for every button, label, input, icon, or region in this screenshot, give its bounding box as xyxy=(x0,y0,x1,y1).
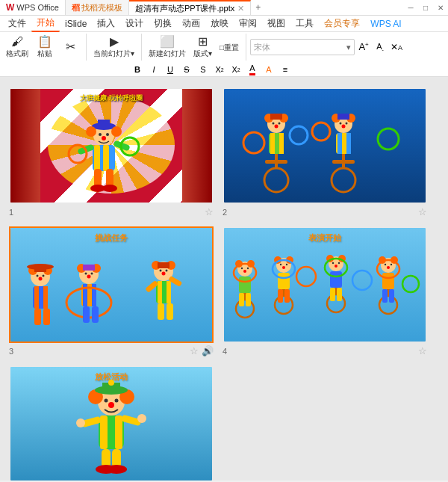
svg-rect-112 xyxy=(278,289,283,303)
svg-point-17 xyxy=(102,185,117,192)
title-bar: W WPS Office 稻 找稻壳模板 超清有声动态PPT课件.pptx ✕ … xyxy=(0,0,448,16)
menu-home[interactable]: 开始 xyxy=(31,15,60,32)
minimize-button[interactable]: ─ xyxy=(403,0,418,16)
bold-button[interactable]: B xyxy=(130,62,145,77)
font-dropdown[interactable]: 宋体 ▾ xyxy=(250,39,355,55)
slide-star-3[interactable]: ☆ xyxy=(190,345,199,356)
subscript-button[interactable]: X2 xyxy=(228,62,243,77)
svg-rect-75 xyxy=(92,306,99,323)
slide-thumb-3[interactable]: 挑战任务 xyxy=(9,226,214,343)
wps-tab[interactable]: W WPS Office xyxy=(0,0,66,15)
svg-point-133 xyxy=(379,296,397,314)
slide-num-row-2: 2 ☆ xyxy=(223,206,427,217)
strikethrough-button[interactable]: S xyxy=(179,62,194,77)
slide-canvas-3: 挑战任务 xyxy=(10,228,212,342)
slide-3-title: 挑战任务 xyxy=(10,232,212,244)
svg-rect-59 xyxy=(34,286,39,309)
svg-rect-44 xyxy=(346,133,351,154)
svg-rect-61 xyxy=(34,309,41,325)
menu-islide[interactable]: iSlide xyxy=(60,17,92,31)
template-tab[interactable]: 稻 找稻壳模板 xyxy=(66,0,129,15)
italic-button[interactable]: I xyxy=(146,62,161,77)
font-color-icon: A. xyxy=(249,64,255,75)
scissors-button[interactable]: ✂ xyxy=(58,40,82,55)
svg-point-68 xyxy=(91,273,93,275)
new-slide-button[interactable]: ⬜ 新建幻灯片 xyxy=(146,34,189,61)
svg-point-131 xyxy=(387,266,390,269)
slide-star-1[interactable]: ☆ xyxy=(205,206,214,217)
new-slide-icon: ⬜ xyxy=(160,36,175,48)
add-tab-button[interactable]: + xyxy=(251,2,265,13)
svg-point-81 xyxy=(166,270,168,272)
svg-point-118 xyxy=(338,262,340,264)
wps-icon: W xyxy=(6,2,14,13)
maximize-button[interactable]: □ xyxy=(418,0,433,16)
font-color-button[interactable]: A. xyxy=(245,62,260,77)
svg-point-156 xyxy=(137,414,146,423)
svg-point-82 xyxy=(162,272,166,276)
menu-insert[interactable]: 插入 xyxy=(92,16,120,31)
svg-point-129 xyxy=(385,264,386,265)
close-tab-icon[interactable]: ✕ xyxy=(237,4,244,13)
svg-rect-23 xyxy=(270,114,282,120)
slide-thumb-1[interactable]: 大班健康 玩转呼啦圈 xyxy=(9,87,214,204)
svg-point-25 xyxy=(279,123,281,125)
svg-point-117 xyxy=(332,262,334,264)
menu-file[interactable]: 文件 xyxy=(3,16,31,31)
svg-rect-113 xyxy=(284,289,290,303)
superscript-button[interactable]: X2 xyxy=(212,62,227,77)
svg-rect-85 xyxy=(167,281,171,303)
menu-transition[interactable]: 切换 xyxy=(149,16,177,31)
svg-point-69 xyxy=(87,275,91,279)
svg-point-155 xyxy=(76,418,85,427)
reset-button[interactable]: □重置 xyxy=(217,40,242,55)
svg-rect-101 xyxy=(246,293,251,306)
svg-point-138 xyxy=(296,267,316,286)
font-size-up-button[interactable]: A+ xyxy=(356,40,371,55)
slide-thumb-2[interactable] xyxy=(223,87,427,204)
current-slide-button[interactable]: ▶ 当前幻灯片▾ xyxy=(90,34,137,61)
font-highlight-button[interactable]: A xyxy=(261,62,276,77)
svg-point-95 xyxy=(243,270,246,273)
slide-canvas-5: 放松活动 xyxy=(10,367,212,481)
close-window-button[interactable]: ✕ xyxy=(433,0,448,16)
svg-rect-132 xyxy=(382,273,394,289)
svg-rect-10 xyxy=(94,145,100,171)
slide-audio-3[interactable]: 🔊 xyxy=(202,345,214,356)
slide-num-row-3: 3 ☆ 🔊 xyxy=(9,345,214,356)
font-size-down-icon: A- xyxy=(376,42,384,52)
svg-point-18 xyxy=(69,145,87,163)
svg-point-80 xyxy=(160,270,162,272)
layout-button[interactable]: ⊞ 版式▾ xyxy=(190,34,215,61)
menu-view[interactable]: 视图 xyxy=(262,16,290,31)
slide-thumb-5[interactable]: 放松活动 xyxy=(9,365,214,481)
paste-button[interactable]: 📋 粘贴 xyxy=(33,34,57,61)
svg-point-39 xyxy=(340,123,342,125)
font-size-down-button[interactable]: A- xyxy=(373,40,388,55)
svg-rect-28 xyxy=(270,133,275,154)
slide-number-2: 2 xyxy=(223,208,227,217)
slide-star-2[interactable]: ☆ xyxy=(418,206,427,217)
format-painter-button[interactable]: 🖌 格式刷 xyxy=(3,34,31,61)
menu-slideshow[interactable]: 放映 xyxy=(205,16,234,31)
menu-member[interactable]: 会员专享 xyxy=(319,16,365,31)
slide-item-1: 大班健康 玩转呼啦圈 xyxy=(9,87,214,217)
menu-design[interactable]: 设计 xyxy=(120,16,149,31)
format-painter-label: 格式刷 xyxy=(6,49,28,59)
shadow-button[interactable]: S xyxy=(196,62,211,77)
svg-point-49 xyxy=(312,123,330,140)
slide-star-4[interactable]: ☆ xyxy=(418,345,427,356)
svg-point-24 xyxy=(273,123,275,125)
active-doc-tab[interactable]: 超清有声动态PPT课件.pptx ✕ xyxy=(129,0,251,15)
menu-review[interactable]: 审阅 xyxy=(234,16,262,31)
clear-format-button[interactable]: ✕A xyxy=(389,40,404,55)
format-painter-icon: 🖌 xyxy=(11,36,23,48)
slide-item-4: 表演开始 xyxy=(223,226,427,356)
slide-thumb-4[interactable]: 表演开始 xyxy=(223,226,427,343)
menu-animation[interactable]: 动画 xyxy=(177,16,205,31)
svg-rect-32 xyxy=(265,160,287,164)
underline-button[interactable]: U xyxy=(163,62,178,77)
more-format-button[interactable]: ≡ xyxy=(278,62,293,77)
menu-tools[interactable]: 工具 xyxy=(290,16,319,31)
menu-wpsai[interactable]: WPS AI xyxy=(365,17,406,31)
